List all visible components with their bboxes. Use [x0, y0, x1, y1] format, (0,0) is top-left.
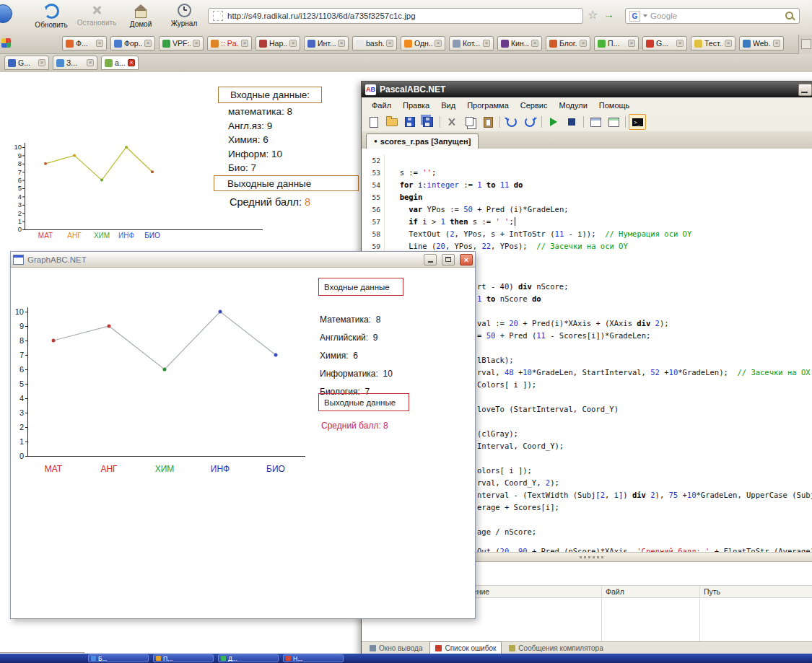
tab-close-icon[interactable]: [580, 40, 587, 47]
browser-tab[interactable]: Нар...: [256, 36, 300, 51]
redo-button[interactable]: [521, 114, 538, 130]
browser-tab[interactable]: Кот...: [449, 36, 494, 51]
tab-favicon-icon: [8, 59, 16, 67]
open-file-button[interactable]: [383, 114, 401, 130]
tab-row-left-icon[interactable]: [1, 38, 11, 48]
svg-text:8: 8: [18, 159, 22, 167]
save-button[interactable]: [401, 114, 419, 130]
svg-text:3: 3: [19, 408, 24, 417]
browser-tab[interactable]: :: Pa...: [207, 36, 252, 51]
console-button[interactable]: [629, 114, 646, 130]
home-button[interactable]: Домой: [121, 4, 160, 28]
tab-label: Тест...: [704, 39, 722, 48]
column-separator: [601, 585, 602, 641]
history-button[interactable]: Журнал: [163, 4, 205, 27]
back-icon[interactable]: [0, 4, 12, 23]
pascal-titlebar[interactable]: PascalABC.NET: [362, 82, 812, 97]
tab-close-icon[interactable]: [483, 40, 490, 47]
browser-tab[interactable]: Фор...: [110, 36, 155, 51]
undo-button[interactable]: [503, 114, 520, 130]
browser-tab[interactable]: VPF:...: [159, 36, 204, 51]
tab-close-icon[interactable]: [773, 40, 780, 47]
save-all-button[interactable]: [419, 114, 437, 130]
tab-close-icon[interactable]: [96, 40, 103, 47]
tab-close-icon[interactable]: [338, 40, 345, 47]
tab-close-icon[interactable]: [241, 40, 248, 47]
tab-close-icon[interactable]: [725, 40, 732, 47]
browser-tab[interactable]: Кин...: [497, 36, 542, 51]
browser-tab[interactable]: П...: [594, 36, 639, 51]
copy-button[interactable]: [461, 114, 479, 130]
go-arrow-icon[interactable]: [603, 8, 614, 20]
browser-tab[interactable]: G...: [642, 36, 687, 51]
taskbar-button[interactable]: П...: [153, 654, 214, 662]
stop-button[interactable]: Остановить: [74, 4, 120, 27]
tab-close-icon[interactable]: [144, 40, 152, 47]
taskbar-button[interactable]: Б...: [88, 654, 149, 662]
browser-tab[interactable]: Одн...: [401, 36, 445, 51]
browser-tab[interactable]: Ф...: [62, 36, 107, 51]
taskbar-button[interactable]: Д...: [218, 654, 279, 662]
tab-close-icon[interactable]: [676, 40, 684, 47]
browser-tab[interactable]: Web...: [739, 36, 784, 51]
tab-close-icon[interactable]: [435, 40, 442, 47]
svg-text:9: 9: [19, 322, 24, 330]
minimize-button[interactable]: [798, 84, 812, 96]
pascal-menu-item[interactable]: Вид: [435, 100, 461, 111]
home-label: Домой: [130, 20, 152, 28]
tab-close-icon[interactable]: [193, 40, 200, 47]
editor-tab[interactable]: scores_r.pas [Запущен]: [366, 133, 479, 149]
browser-tab[interactable]: Блог...: [546, 36, 590, 51]
graph-titlebar[interactable]: GraphABC.NET: [11, 252, 475, 268]
taskbar-button[interactable]: Н...: [283, 654, 344, 662]
pascal-menu-item[interactable]: Программа: [461, 100, 515, 111]
pascal-menu-item[interactable]: Модули: [553, 100, 593, 111]
code-fragment: 1 to nScore do: [477, 293, 541, 305]
average-label: Средний балл:: [230, 196, 305, 208]
browser-tab[interactable]: bash...: [352, 36, 397, 51]
cut-button[interactable]: [443, 114, 460, 130]
browser-tab[interactable]: Инт...: [304, 36, 349, 51]
paste-button[interactable]: [479, 114, 497, 130]
pascal-menu-item[interactable]: Помощь: [593, 100, 636, 111]
pascal-menu-item[interactable]: Сервис: [515, 100, 554, 111]
browser-tab[interactable]: З...: [53, 56, 97, 70]
tab-close-icon[interactable]: [386, 40, 393, 47]
panel-tab[interactable]: Список ошибок: [429, 641, 502, 654]
run-button[interactable]: [545, 114, 562, 130]
browser-tab[interactable]: a...: [101, 56, 139, 70]
tab-close-icon[interactable]: [128, 59, 135, 66]
code-line: 55 begin: [362, 191, 812, 203]
minimize-button[interactable]: [424, 254, 437, 265]
window-cascade-button[interactable]: [587, 114, 604, 130]
tab-favicon-icon: [404, 40, 412, 48]
pascal-menu-item[interactable]: Правка: [397, 100, 435, 111]
google-icon: [629, 11, 640, 22]
panel-tab[interactable]: Окно вывода: [364, 641, 428, 654]
search-engine-caret-icon[interactable]: [643, 14, 647, 17]
tab-close-icon[interactable]: [289, 40, 297, 47]
tab-close-icon[interactable]: [628, 40, 635, 47]
tab-close-icon[interactable]: [531, 40, 538, 47]
window-tile-button[interactable]: [605, 114, 622, 130]
overflow-button[interactable]: [801, 39, 811, 49]
tab-close-icon[interactable]: [87, 59, 94, 66]
new-file-button[interactable]: [365, 114, 383, 130]
address-bar[interactable]: http://s49.radikal.ru/i123/1103/6d/a735f…: [208, 8, 583, 24]
refresh-button[interactable]: Обновить: [29, 4, 74, 29]
search-box[interactable]: Google: [625, 8, 800, 24]
search-icon[interactable]: [785, 11, 795, 22]
maximize-button[interactable]: [442, 254, 455, 265]
graphabc-icon: [13, 255, 24, 265]
close-button[interactable]: [460, 254, 473, 265]
browser-tab[interactable]: G...: [4, 56, 49, 70]
refresh-label: Обновить: [35, 21, 67, 29]
stop-button[interactable]: [563, 114, 580, 130]
panel-tab[interactable]: Сообщения компилятора: [503, 641, 608, 654]
svg-text:6: 6: [18, 176, 22, 184]
tab-label: Web...: [753, 39, 771, 48]
pascal-menu-item[interactable]: Файл: [366, 100, 397, 111]
browser-tab[interactable]: Тест...: [691, 36, 735, 51]
tab-close-icon[interactable]: [38, 59, 45, 66]
bookmark-star-icon[interactable]: [588, 8, 598, 22]
